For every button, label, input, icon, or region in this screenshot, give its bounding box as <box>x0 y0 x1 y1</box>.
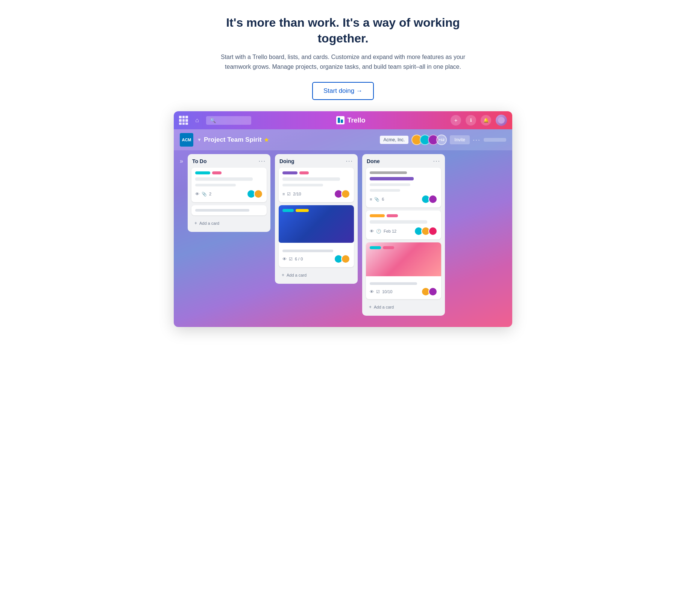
list-menu-doing[interactable]: ··· <box>346 158 353 165</box>
card-icons: 👁 📎 2 <box>195 192 211 197</box>
add-icon: + <box>194 221 197 226</box>
card-subtitle-2 <box>370 189 400 192</box>
trello-board-mockup: ⌂ 🔍 Trello + ℹ 🔔 ACM ▼ <box>174 111 512 327</box>
tag-pink <box>387 214 398 217</box>
card-done-2[interactable]: 👁 🕐 Feb 12 <box>366 210 441 239</box>
date-text: Feb 12 <box>384 229 396 233</box>
list-title-done: Done <box>367 158 380 164</box>
add-card-label: Add a card <box>287 273 307 277</box>
board-star-icon[interactable]: ★ <box>264 137 269 143</box>
home-icon[interactable]: ⌂ <box>193 116 202 125</box>
eye-icon: 👁 <box>370 229 374 233</box>
hero-title: It's more than work. It's a way of worki… <box>211 15 475 46</box>
member-avatars: +12 <box>411 135 447 145</box>
card-members <box>421 195 437 204</box>
start-doing-button[interactable]: Start doing → <box>312 82 374 100</box>
list-title-todo: To Do <box>192 158 207 164</box>
member-avatar <box>428 227 437 236</box>
paperclip-icon: 📎 <box>202 192 207 197</box>
menu-icon: ≡ <box>282 192 285 196</box>
card-footer: ≡ 📎 6 <box>370 195 437 204</box>
card-icons: 👁 🕐 Feb 12 <box>370 229 396 234</box>
board-name: ▼ Project Team Spirit ★ <box>197 136 269 144</box>
board-header: ACM ▼ Project Team Spirit ★ Acme, Inc. +… <box>174 129 512 150</box>
trello-logo-icon <box>336 116 345 124</box>
check-count: 6 / 0 <box>295 257 303 261</box>
apps-grid-icon[interactable] <box>179 116 188 125</box>
info-button[interactable]: ℹ <box>466 115 476 126</box>
member-avatar <box>254 189 263 198</box>
add-card-label: Add a card <box>199 221 219 226</box>
list-menu-todo[interactable]: ··· <box>259 158 266 165</box>
card-icons: ≡ 📎 6 <box>370 197 384 202</box>
workspace-badge[interactable]: Acme, Inc. <box>380 136 409 144</box>
add-card-todo[interactable]: + Add a card <box>191 218 267 228</box>
hero-subtitle: Start with a Trello board, lists, and ca… <box>211 52 475 71</box>
add-button[interactable]: + <box>451 115 461 126</box>
card-footer: 👁 📎 2 <box>195 189 263 198</box>
card-footer: 👁 ☑ 6 / 0 <box>282 254 350 263</box>
card-placeholder <box>195 209 249 212</box>
card-title <box>370 282 417 285</box>
list-todo: To Do ··· 👁 📎 2 <box>188 154 270 232</box>
card-title-purple <box>370 177 414 180</box>
board-more-options[interactable]: ··· <box>473 136 481 144</box>
list-done: Done ··· ≡ 📎 6 <box>362 154 445 316</box>
add-icon: + <box>282 272 284 278</box>
card-subtitle <box>282 184 323 186</box>
card-top-line <box>370 171 407 174</box>
list-header-todo: To Do ··· <box>191 158 267 165</box>
list-menu-done[interactable]: ··· <box>433 158 440 165</box>
add-card-done[interactable]: + Add a card <box>366 302 441 312</box>
invite-button[interactable]: Invite <box>450 135 470 144</box>
card-doing-1[interactable]: ≡ ☑ 2/10 <box>279 168 354 202</box>
member-count-badge[interactable]: +12 <box>436 135 447 145</box>
attachment-count: 2 <box>209 192 211 196</box>
card-done-1[interactable]: ≡ 📎 6 <box>366 168 441 207</box>
card-image-tags <box>282 209 309 212</box>
tag-cyan <box>370 246 381 249</box>
notifications-button[interactable]: 🔔 <box>481 115 491 126</box>
paperclip-icon: 📎 <box>374 197 379 202</box>
card-image-pink <box>366 242 441 276</box>
tag-pink <box>383 246 394 249</box>
card-todo-2[interactable] <box>191 205 267 215</box>
card-footer: 👁 🕐 Feb 12 <box>370 227 437 236</box>
list-header-done: Done ··· <box>366 158 441 165</box>
workspace-abbr: ACM <box>182 138 191 142</box>
tag-orange <box>370 214 385 217</box>
card-done-3[interactable]: 👁 ☑ 10/10 <box>366 242 441 299</box>
add-card-label: Add a card <box>374 305 394 309</box>
tag-pink <box>212 171 222 174</box>
add-icon: + <box>369 304 372 310</box>
list-title-doing: Doing <box>279 158 294 164</box>
collapse-sidebar-button[interactable]: » <box>180 158 183 165</box>
board-filter-placeholder <box>484 138 506 142</box>
list-header-doing: Doing ··· <box>279 158 354 165</box>
card-icons: 👁 ☑ 6 / 0 <box>282 257 303 262</box>
card-doing-2[interactable]: 👁 ☑ 6 / 0 <box>279 205 354 267</box>
hero-section: It's more than work. It's a way of worki… <box>211 15 475 100</box>
card-icons: 👁 ☑ 10/10 <box>370 289 393 294</box>
card-body: 👁 ☑ 6 / 0 <box>279 246 354 267</box>
card-members <box>414 227 437 236</box>
add-card-doing[interactable]: + Add a card <box>279 270 354 280</box>
tag-cyan <box>282 209 294 212</box>
search-bar[interactable]: 🔍 <box>206 116 251 125</box>
card-members <box>421 287 437 296</box>
card-icons: ≡ ☑ 2/10 <box>282 192 301 197</box>
user-avatar[interactable] <box>496 115 507 126</box>
check-count: 10/10 <box>382 289 393 294</box>
tag-pink <box>299 171 309 174</box>
card-footer: 👁 ☑ 10/10 <box>370 287 437 296</box>
checklist-icon: ☑ <box>287 192 291 197</box>
member-avatar <box>428 195 437 204</box>
check-count: 2/10 <box>293 192 301 196</box>
card-todo-1[interactable]: 👁 📎 2 <box>191 168 267 202</box>
workspace-logo: ACM <box>180 133 193 147</box>
card-subtitle <box>370 183 410 186</box>
checklist-icon: ☑ <box>289 257 293 262</box>
card-members <box>334 189 350 198</box>
card-image <box>279 205 354 243</box>
clock-icon: 🕐 <box>376 229 381 234</box>
